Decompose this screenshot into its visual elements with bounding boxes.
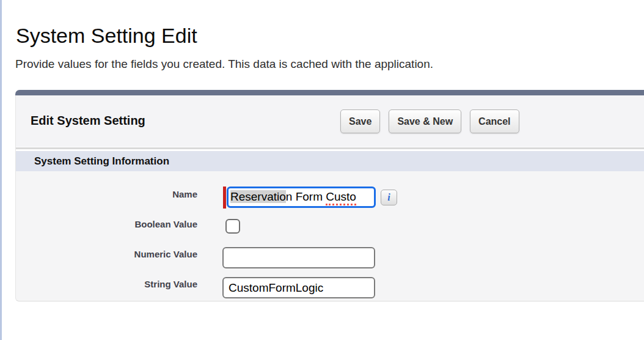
- numeric-field-label: Numeric Value: [16, 249, 197, 259]
- page-title: System Setting Edit: [16, 24, 197, 48]
- cancel-button[interactable]: Cancel: [470, 109, 519, 133]
- panel-header: Edit System Setting Save Save & New Canc…: [15, 95, 644, 146]
- info-icon: i: [387, 193, 390, 202]
- left-accent-border: [0, 0, 2, 340]
- panel-top-bar: [15, 90, 644, 95]
- required-indicator: [223, 187, 226, 209]
- panel-header-title: Edit System Setting: [31, 114, 145, 128]
- name-field-label: Name: [16, 189, 197, 199]
- string-field-label: String Value: [16, 279, 197, 289]
- panel-divider: [15, 146, 644, 151]
- name-input-text-misspelled: Custo: [326, 190, 356, 205]
- save-button[interactable]: Save: [340, 109, 380, 133]
- name-input-text: n Form: [286, 190, 326, 203]
- name-input[interactable]: Reservation Form Custo: [227, 187, 376, 208]
- edit-system-setting-panel: Edit System Setting Save Save & New Canc…: [15, 90, 644, 301]
- button-group: Save Save & New Cancel: [340, 109, 519, 133]
- section-header: System Setting Information: [15, 151, 644, 171]
- info-icon-button[interactable]: i: [381, 190, 397, 205]
- boolean-field-label: Boolean Value: [16, 219, 197, 229]
- numeric-input[interactable]: [222, 247, 375, 268]
- string-input[interactable]: [222, 277, 375, 298]
- page-subtitle: Provide values for the fields you create…: [15, 57, 433, 71]
- section-header-title: System Setting Information: [34, 155, 169, 168]
- boolean-checkbox[interactable]: [225, 219, 240, 234]
- form-body: Name Reservation Form Custo i Boolean Va…: [15, 171, 644, 301]
- save-and-new-button[interactable]: Save & New: [389, 109, 461, 133]
- name-input-text-selected: Reservatio: [230, 190, 286, 203]
